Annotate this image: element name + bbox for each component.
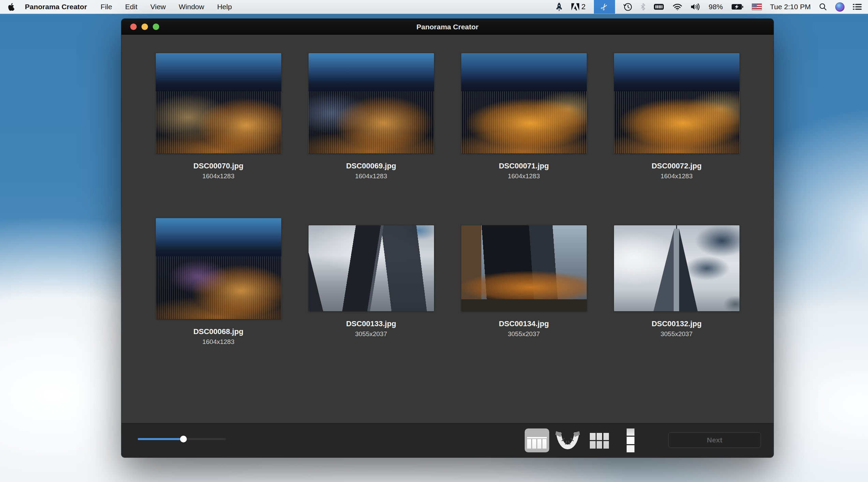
menu-bar: Panorama Creator File Edit View Window H… <box>0 0 868 14</box>
thumbnail-cell: DSC00132.jpg 3055x2037 <box>600 195 753 372</box>
thumbnail-filename: DSC00132.jpg <box>652 319 702 328</box>
thumbnail-filename: DSC00134.jpg <box>499 319 549 328</box>
menu-help[interactable]: Help <box>217 3 232 11</box>
thumbnail-filename: DSC00072.jpg <box>652 162 702 170</box>
photo-thumbnail[interactable] <box>309 53 434 153</box>
slider-knob[interactable] <box>180 436 187 442</box>
thumbnail-dimensions: 3055x2037 <box>508 330 540 338</box>
thumbnail-dimensions: 1604x1283 <box>508 172 540 180</box>
spotlight-menu-extra[interactable] <box>819 0 827 14</box>
thumbnail-dimensions: 1604x1283 <box>202 172 234 180</box>
menu-bar-status-area: 2 ✂ <box>555 0 868 14</box>
panorama-creator-window: Panorama Creator DSC00070.jpg 1604x1283 … <box>121 19 774 457</box>
device-battery-menu-extra[interactable] <box>654 0 664 14</box>
menu-file[interactable]: File <box>101 3 112 11</box>
thumbnail-filename: DSC00070.jpg <box>193 162 243 170</box>
thumbnail-size-slider[interactable] <box>138 438 226 440</box>
thumbnail-dimensions: 1604x1283 <box>202 338 234 346</box>
mode-vertical-strip-button[interactable] <box>627 428 634 452</box>
zoom-button[interactable] <box>153 24 159 30</box>
thumbnail-dimensions: 3055x2037 <box>660 330 692 338</box>
thumbnail-cell: DSC00070.jpg 1604x1283 <box>142 35 295 195</box>
spotlight-search-icon <box>819 3 827 11</box>
traffic-lights <box>130 19 159 35</box>
battery-percent-label: 98% <box>709 3 723 11</box>
adobe-creative-cloud-icon <box>571 3 579 11</box>
thumbnail-cell: DSC00069.jpg 1604x1283 <box>295 35 448 195</box>
close-button[interactable] <box>130 24 137 30</box>
adobe-update-count: 2 <box>581 2 585 11</box>
thumbnail-cell: DSC00134.jpg 3055x2037 <box>448 195 600 372</box>
menu-bar-left: Panorama Creator File Edit View Window H… <box>0 0 245 14</box>
photo-thumbnail[interactable] <box>614 53 739 153</box>
thumbnail-cell: DSC00072.jpg 1604x1283 <box>600 35 753 195</box>
slider-fill <box>138 438 183 440</box>
wifi-menu-extra[interactable] <box>673 0 682 14</box>
scissors-menu-extra-active[interactable]: ✂ <box>594 0 615 14</box>
menu-app-name[interactable]: Panorama Creator <box>25 3 87 11</box>
photo-thumbnail[interactable] <box>156 53 281 153</box>
wifi-icon <box>673 3 682 11</box>
next-button[interactable]: Next <box>668 432 761 448</box>
us-flag-icon[interactable] <box>752 3 762 10</box>
menu-edit[interactable]: Edit <box>125 3 137 11</box>
siri-icon[interactable] <box>835 2 844 12</box>
volume-icon <box>690 3 701 11</box>
photo-thumbnail[interactable] <box>461 53 587 153</box>
mode-cylinder-360-button[interactable] <box>555 430 580 451</box>
thumbnail-cell: DSC00068.jpg 1604x1283 <box>142 195 295 372</box>
mode-grid-mosaic-button[interactable] <box>590 432 609 449</box>
photo-thumbnail[interactable] <box>461 225 587 311</box>
menu-clock[interactable]: Tue 2:10 PM <box>770 3 811 11</box>
apple-icon <box>8 3 15 11</box>
photo-grid: DSC00070.jpg 1604x1283 DSC00069.jpg 1604… <box>121 35 774 423</box>
device-battery-icon <box>654 3 664 11</box>
thumbnail-filename: DSC00069.jpg <box>346 162 396 170</box>
thumbnail-dimensions: 1604x1283 <box>660 172 692 180</box>
thumbnail-filename: DSC00068.jpg <box>193 327 243 336</box>
window-titlebar[interactable]: Panorama Creator <box>121 19 774 35</box>
battery-charging-icon <box>731 3 744 10</box>
window-title: Panorama Creator <box>416 23 478 31</box>
menu-window[interactable]: Window <box>179 3 204 11</box>
rocket-menu-extra[interactable] <box>555 0 563 14</box>
time-machine-menu-extra[interactable] <box>623 0 632 14</box>
thumbnail-dimensions: 1604x1283 <box>355 172 387 180</box>
notification-center-icon <box>853 3 862 11</box>
thumbnail-filename: DSC00071.jpg <box>499 162 549 170</box>
battery-menu-extra[interactable] <box>731 0 744 14</box>
rocket-icon <box>555 2 563 12</box>
cylinder-panorama-icon <box>555 430 580 451</box>
minimize-button[interactable] <box>141 24 148 30</box>
photo-thumbnail[interactable] <box>156 218 281 319</box>
bluetooth-menu-extra[interactable] <box>641 0 645 14</box>
volume-menu-extra[interactable] <box>690 0 701 14</box>
thumbnail-dimensions: 3055x2037 <box>355 330 387 338</box>
notification-center-menu-extra[interactable] <box>853 0 862 14</box>
scissors-icon: ✂ <box>598 1 611 13</box>
bottom-toolbar: Next <box>121 423 774 457</box>
photo-thumbnail[interactable] <box>309 225 434 311</box>
thumbnail-cell: DSC00071.jpg 1604x1283 <box>448 35 600 195</box>
adobe-cc-menu-extra[interactable]: 2 <box>571 0 585 14</box>
mode-horizontal-strip-button[interactable] <box>525 428 549 452</box>
thumbnail-cell: DSC00133.jpg 3055x2037 <box>295 195 448 372</box>
thumbnail-filename: DSC00133.jpg <box>346 319 396 328</box>
menu-view[interactable]: View <box>150 3 166 11</box>
apple-menu[interactable] <box>8 3 15 11</box>
bluetooth-icon <box>641 3 645 11</box>
time-machine-icon <box>623 2 632 12</box>
photo-thumbnail[interactable] <box>614 225 739 311</box>
